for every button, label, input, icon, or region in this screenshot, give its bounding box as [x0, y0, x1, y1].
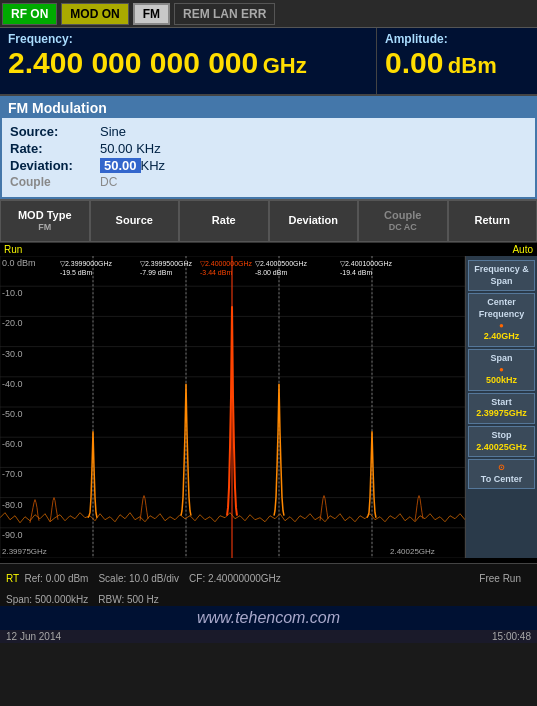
- svg-text:-3.44 dBm: -3.44 dBm: [200, 269, 232, 276]
- spectrum-header: Run Auto: [0, 243, 537, 256]
- fm-source-row: Source: Sine: [10, 124, 527, 139]
- svg-text:-40.0: -40.0: [2, 379, 22, 389]
- amplitude-section: Amplitude: 0.00 dBm: [377, 28, 537, 94]
- modon-button[interactable]: MOD ON: [61, 3, 128, 25]
- svg-text:0.0 dBm: 0.0 dBm: [2, 258, 35, 268]
- svg-text:-80.0: -80.0: [2, 500, 22, 510]
- svg-text:-10.0: -10.0: [2, 288, 22, 298]
- svg-text:▽2.3999500GHz: ▽2.3999500GHz: [140, 260, 193, 267]
- rate-button[interactable]: Rate: [179, 200, 269, 242]
- fm-rate-row: Rate: 50.00 KHz: [10, 141, 527, 156]
- frequency-value: 2.400 000 000 000: [8, 46, 258, 79]
- fm-couple-value: DC: [100, 175, 117, 189]
- amplitude-unit: dBm: [448, 53, 497, 78]
- svg-text:▽2.3999000GHz: ▽2.3999000GHz: [60, 260, 113, 267]
- status-mode: Free Run: [479, 573, 521, 584]
- svg-text:2.40025GHz: 2.40025GHz: [390, 547, 435, 556]
- to-center-button[interactable]: ⊙ To Center: [468, 459, 535, 489]
- status-ref: RT Ref: 0.00 dBm: [6, 573, 88, 584]
- spectrum-svg: 0.0 dBm -10.0 -20.0 -30.0 -40.0 -50.0 -6…: [0, 256, 465, 558]
- center-freq-button[interactable]: Center Frequency ● 2.40GHz: [468, 293, 535, 346]
- svg-text:-8.00 dBm: -8.00 dBm: [255, 269, 287, 276]
- spectrum-container: Run Auto: [0, 243, 537, 563]
- fm-rate-value: 50.00 KHz: [100, 141, 161, 156]
- svg-text:-70.0: -70.0: [2, 469, 22, 479]
- fm-panel-title: FM Modulation: [2, 98, 535, 118]
- status-bar: RT Ref: 0.00 dBm Scale: 10.0 dB/div CF: …: [0, 563, 537, 593]
- svg-text:2.39975GHz: 2.39975GHz: [2, 547, 47, 556]
- top-bar: RF ON MOD ON FM REM LAN ERR: [0, 0, 537, 28]
- deviation-button[interactable]: Deviation: [269, 200, 359, 242]
- fm-couple-row: Couple DC: [10, 175, 527, 189]
- fm-button[interactable]: FM: [133, 3, 170, 25]
- svg-text:-7.99 dBm: -7.99 dBm: [140, 269, 172, 276]
- rfon-button[interactable]: RF ON: [2, 3, 57, 25]
- svg-text:-60.0: -60.0: [2, 439, 22, 449]
- fm-deviation-row: Deviation: 50.00 KHz: [10, 158, 527, 173]
- svg-text:▽2.4001000GHz: ▽2.4001000GHz: [340, 260, 393, 267]
- rem-lan-err-button[interactable]: REM LAN ERR: [174, 3, 275, 25]
- svg-text:-19.4 dBm: -19.4 dBm: [340, 269, 372, 276]
- freq-amp-bar: Frequency: 2.400 000 000 000 GHz Amplitu…: [0, 28, 537, 96]
- plot-area: 0.0 dBm -10.0 -20.0 -30.0 -40.0 -50.0 -6…: [0, 256, 537, 558]
- amplitude-label: Amplitude:: [385, 32, 529, 46]
- fm-modulation-panel: FM Modulation Source: Sine Rate: 50.00 K…: [0, 96, 537, 199]
- amplitude-value: 0.00: [385, 46, 443, 79]
- auto-label: Auto: [512, 244, 533, 255]
- frequency-display: 2.400 000 000 000 GHz: [8, 46, 368, 79]
- stop-button[interactable]: Stop 2.40025GHz: [468, 426, 535, 457]
- date-label: 12 Jun 2014: [6, 631, 61, 642]
- start-button[interactable]: Start 2.39975GHz: [468, 393, 535, 424]
- frequency-label: Frequency:: [8, 32, 368, 46]
- status-cf: CF: 2.40000000GHz: [189, 573, 281, 584]
- svg-text:-50.0: -50.0: [2, 409, 22, 419]
- time-label: 15:00:48: [492, 631, 531, 642]
- status-span: Span: 500.000kHz: [6, 594, 88, 605]
- fm-source-label: Source:: [10, 124, 100, 139]
- fm-rate-label: Rate:: [10, 141, 100, 156]
- span-button[interactable]: Span ● 500kHz: [468, 349, 535, 391]
- status-rbw: RBW: 500 Hz: [98, 594, 158, 605]
- frequency-section: Frequency: 2.400 000 000 000 GHz: [0, 28, 377, 94]
- svg-text:-20.0: -20.0: [2, 318, 22, 328]
- fm-deviation-label: Deviation:: [10, 158, 100, 173]
- mod-type-button[interactable]: MOD Type FM: [0, 200, 90, 242]
- return-button[interactable]: Return: [448, 200, 538, 242]
- spectrum-right-panel: Frequency & Span Center Frequency ● 2.40…: [465, 256, 537, 558]
- status-scale: Scale: 10.0 dB/div: [98, 573, 179, 584]
- amplitude-display: 0.00 dBm: [385, 46, 529, 79]
- button-row: MOD Type FM Source Rate Deviation Couple…: [0, 199, 537, 243]
- freq-span-button[interactable]: Frequency & Span: [468, 260, 535, 291]
- date-bar: 12 Jun 2014 15:00:48: [0, 630, 537, 643]
- svg-text:-30.0: -30.0: [2, 349, 22, 359]
- watermark: www.tehencom.com: [0, 606, 537, 630]
- fm-deviation-value: 50.00: [100, 158, 141, 173]
- frequency-unit: GHz: [263, 53, 307, 78]
- svg-text:▽2.4000500GHz: ▽2.4000500GHz: [255, 260, 308, 267]
- fm-source-value: Sine: [100, 124, 126, 139]
- source-button[interactable]: Source: [90, 200, 180, 242]
- couple-button[interactable]: Couple DC AC: [358, 200, 448, 242]
- run-label: Run: [4, 244, 22, 255]
- fm-deviation-unit: KHz: [141, 158, 166, 173]
- svg-text:▽2.4000000GHz: ▽2.4000000GHz: [200, 260, 253, 267]
- svg-text:-19.5 dBm: -19.5 dBm: [60, 269, 92, 276]
- svg-text:-90.0: -90.0: [2, 530, 22, 540]
- fm-couple-label: Couple: [10, 175, 100, 189]
